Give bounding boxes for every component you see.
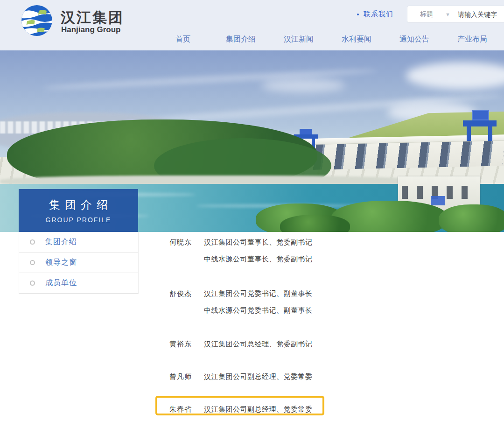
leader-row-highlighted: 朱春省 汉江集团公司副总经理、党委常委 [157, 405, 358, 415]
globe-logo-icon [21, 4, 53, 37]
crane-icon [431, 196, 445, 205]
sidebar-title: 集团介绍 [19, 197, 138, 212]
nav-item-water-news[interactable]: 水利要闻 [328, 35, 385, 44]
sidebar-subtitle: GROUP PROFILE [19, 216, 138, 224]
contact-us-label: 联系我们 [364, 10, 393, 19]
trees [439, 204, 504, 232]
nav-item-industry[interactable]: 产业布局 [443, 35, 501, 44]
site-header: 汉江集团 Hanjiang Group 联系我们 标题 ▼ 首页 集团介绍 汉江… [0, 0, 504, 50]
leader-name: 何晓东 [169, 238, 192, 247]
search-category-dropdown[interactable]: 标题 ▼ [407, 10, 458, 19]
sidebar-item-member-units[interactable]: 成员单位 [19, 273, 138, 294]
leader-row: 曾凡师 汉江集团公司副总经理、党委常委 [157, 372, 358, 383]
contact-us-link[interactable]: 联系我们 [357, 10, 393, 19]
trees [280, 215, 350, 232]
leader-row: 黄裕东 汉江集团公司总经理、党委副书记 [157, 340, 358, 350]
nav-item-hanjiang-news[interactable]: 汉江新闻 [270, 35, 328, 44]
nav-item-home[interactable]: 首页 [154, 35, 212, 44]
leader-row: 中线水源公司党委书记、副董事长 [157, 306, 358, 316]
logo-title-en: Hanjiang Group [61, 25, 121, 35]
cloud [406, 62, 504, 89]
leader-row: 何晓东 汉江集团公司董事长、党委副书记 [157, 238, 358, 248]
leader-title: 汉江集团公司总经理、党委副书记 [204, 340, 313, 349]
circle-bullet-icon [30, 260, 35, 265]
leader-name: 舒俊杰 [169, 289, 192, 298]
search-bar: 标题 ▼ [407, 6, 504, 23]
circle-bullet-icon [30, 281, 35, 286]
leader-name: 黄裕东 [169, 340, 192, 349]
leader-title: 中线水源公司董事长、党委副书记 [204, 255, 313, 264]
nav-item-group-profile[interactable]: 集团介绍 [212, 35, 270, 44]
gantry-crane-large [463, 110, 497, 141]
nav-item-notices[interactable]: 通知公告 [385, 35, 443, 44]
leader-title: 中线水源公司党委书记、副董事长 [204, 306, 313, 315]
search-input[interactable] [458, 11, 504, 18]
leader-title: 汉江集团公司党委书记、副董事长 [204, 289, 313, 298]
dot-icon [357, 14, 359, 15]
leader-name: 朱春省 [169, 405, 192, 414]
main-nav: 首页 集团介绍 汉江新闻 水利要闻 通知公告 产业布局 企业文化 [154, 35, 504, 44]
site-logo[interactable]: 汉江集团 Hanjiang Group [21, 3, 170, 40]
logo-title-cn: 汉江集团 [61, 8, 124, 28]
leader-row: 舒俊杰 汉江集团公司党委书记、副董事长 [157, 289, 358, 300]
sidebar-header: 集团介绍 GROUP PROFILE [19, 189, 138, 232]
sidebar-item-group-profile[interactable]: 集团介绍 [19, 232, 138, 253]
cloud [261, 78, 345, 92]
nav-item-partial[interactable]: 企业文化 [501, 35, 504, 44]
leader-title: 汉江集团公司副总经理、党委常委 [204, 372, 313, 381]
leader-row: 中线水源公司董事长、党委副书记 [157, 255, 358, 265]
leader-name: 曾凡师 [169, 372, 192, 381]
circle-bullet-icon [30, 239, 35, 245]
leaders-list: 何晓东 汉江集团公司董事长、党委副书记 中线水源公司董事长、党委副书记 舒俊杰 … [157, 232, 358, 428]
leader-title: 汉江集团公司副总经理、党委常委 [204, 405, 313, 414]
leader-title: 汉江集团公司董事长、党委副书记 [204, 238, 313, 247]
sidebar-item-leadership[interactable]: 领导之窗 [19, 253, 138, 273]
sidebar-menu: 集团介绍 领导之窗 成员单位 [19, 232, 139, 294]
search-category-label: 标题 [420, 10, 433, 19]
chevron-down-icon: ▼ [445, 12, 450, 17]
